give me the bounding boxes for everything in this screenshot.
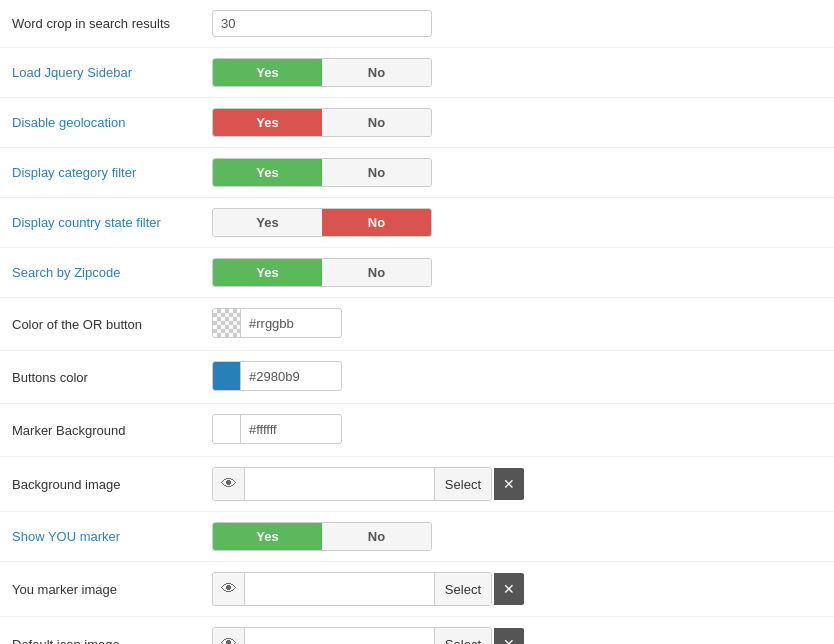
control-word-crop [200, 0, 834, 48]
control-or-button-color [200, 298, 834, 351]
label-you-marker-image: You marker image [0, 562, 200, 617]
toggle-group-search-zipcode: YesNo [212, 258, 432, 287]
eye-btn-default-icon-image[interactable]: 👁 [213, 628, 245, 644]
settings-row-buttons-color: Buttons color [0, 351, 834, 404]
toggle-group-show-you-marker: YesNo [212, 522, 432, 551]
control-buttons-color [200, 351, 834, 404]
no-btn-disable-geo[interactable]: No [322, 109, 431, 136]
file-input-area-you-marker-image [245, 573, 434, 605]
toggle-group-load-jquery: YesNo [212, 58, 432, 87]
color-swatch-marker-bg[interactable] [213, 415, 241, 443]
no-btn-show-you-marker[interactable]: No [322, 523, 431, 550]
settings-row-you-marker-image: You marker image👁Select✕ [0, 562, 834, 617]
select-btn-bg-image[interactable]: Select [434, 468, 491, 500]
control-disable-geo: YesNo [200, 98, 834, 148]
control-search-zipcode: YesNo [200, 248, 834, 298]
file-wrapper-default-icon-image: 👁Select✕ [212, 627, 524, 644]
yes-btn-show-you-marker[interactable]: Yes [213, 523, 322, 550]
settings-row-country-state: Display country state filterYesNo [0, 198, 834, 248]
control-category-filter: YesNo [200, 148, 834, 198]
eye-icon-bg-image: 👁 [221, 475, 237, 493]
toggle-group-disable-geo: YesNo [212, 108, 432, 137]
label-or-button-color: Color of the OR button [0, 298, 200, 351]
control-bg-image: 👁Select✕ [200, 457, 834, 512]
control-load-jquery: YesNo [200, 48, 834, 98]
color-swatch-or-button-color[interactable] [213, 309, 241, 337]
file-row-bg-image: 👁Select [212, 467, 492, 501]
clear-btn-you-marker-image[interactable]: ✕ [494, 573, 524, 605]
control-country-state: YesNo [200, 198, 834, 248]
settings-row-word-crop: Word crop in search results [0, 0, 834, 48]
settings-table: Word crop in search resultsLoad Jquery S… [0, 0, 834, 644]
settings-row-search-zipcode: Search by ZipcodeYesNo [0, 248, 834, 298]
label-buttons-color: Buttons color [0, 351, 200, 404]
text-input-word-crop[interactable] [212, 10, 432, 37]
yes-btn-country-state[interactable]: Yes [213, 209, 322, 236]
eye-icon-you-marker-image: 👁 [221, 580, 237, 598]
file-row-default-icon-image: 👁Select [212, 627, 492, 644]
select-btn-default-icon-image[interactable]: Select [434, 628, 491, 644]
color-input-marker-bg[interactable] [241, 417, 341, 442]
color-input-buttons-color[interactable] [241, 364, 341, 389]
yes-btn-load-jquery[interactable]: Yes [213, 59, 322, 86]
label-search-zipcode: Search by Zipcode [0, 248, 200, 298]
eye-icon-default-icon-image: 👁 [221, 635, 237, 644]
eye-btn-bg-image[interactable]: 👁 [213, 468, 245, 500]
no-btn-search-zipcode[interactable]: No [322, 259, 431, 286]
label-country-state: Display country state filter [0, 198, 200, 248]
yes-btn-category-filter[interactable]: Yes [213, 159, 322, 186]
settings-row-default-icon-image: Default icon image👁Select✕ [0, 617, 834, 645]
file-wrapper-bg-image: 👁Select✕ [212, 467, 524, 501]
color-picker-marker-bg [212, 414, 342, 444]
settings-row-or-button-color: Color of the OR button [0, 298, 834, 351]
yes-btn-search-zipcode[interactable]: Yes [213, 259, 322, 286]
control-you-marker-image: 👁Select✕ [200, 562, 834, 617]
color-picker-or-button-color [212, 308, 342, 338]
label-bg-image: Background image [0, 457, 200, 512]
label-marker-bg: Marker Background [0, 404, 200, 457]
toggle-group-category-filter: YesNo [212, 158, 432, 187]
no-btn-country-state[interactable]: No [322, 209, 431, 236]
label-disable-geo: Disable geolocation [0, 98, 200, 148]
settings-row-load-jquery: Load Jquery SidebarYesNo [0, 48, 834, 98]
file-row-you-marker-image: 👁Select [212, 572, 492, 606]
eye-btn-you-marker-image[interactable]: 👁 [213, 573, 245, 605]
control-marker-bg [200, 404, 834, 457]
label-word-crop: Word crop in search results [0, 0, 200, 48]
yes-btn-disable-geo[interactable]: Yes [213, 109, 322, 136]
settings-row-disable-geo: Disable geolocationYesNo [0, 98, 834, 148]
label-category-filter: Display category filter [0, 148, 200, 198]
no-btn-load-jquery[interactable]: No [322, 59, 431, 86]
file-input-area-default-icon-image [245, 628, 434, 644]
settings-row-bg-image: Background image👁Select✕ [0, 457, 834, 512]
color-swatch-buttons-color[interactable] [213, 362, 241, 390]
settings-row-show-you-marker: Show YOU markerYesNo [0, 512, 834, 562]
control-show-you-marker: YesNo [200, 512, 834, 562]
color-picker-buttons-color [212, 361, 342, 391]
no-btn-category-filter[interactable]: No [322, 159, 431, 186]
color-input-or-button-color[interactable] [241, 311, 341, 336]
label-default-icon-image: Default icon image [0, 617, 200, 645]
file-input-area-bg-image [245, 468, 434, 500]
label-show-you-marker: Show YOU marker [0, 512, 200, 562]
clear-btn-default-icon-image[interactable]: ✕ [494, 628, 524, 644]
control-default-icon-image: 👁Select✕ [200, 617, 834, 645]
clear-btn-bg-image[interactable]: ✕ [494, 468, 524, 500]
settings-row-marker-bg: Marker Background [0, 404, 834, 457]
file-wrapper-you-marker-image: 👁Select✕ [212, 572, 524, 606]
settings-row-category-filter: Display category filterYesNo [0, 148, 834, 198]
label-load-jquery: Load Jquery Sidebar [0, 48, 200, 98]
toggle-group-country-state: YesNo [212, 208, 432, 237]
select-btn-you-marker-image[interactable]: Select [434, 573, 491, 605]
